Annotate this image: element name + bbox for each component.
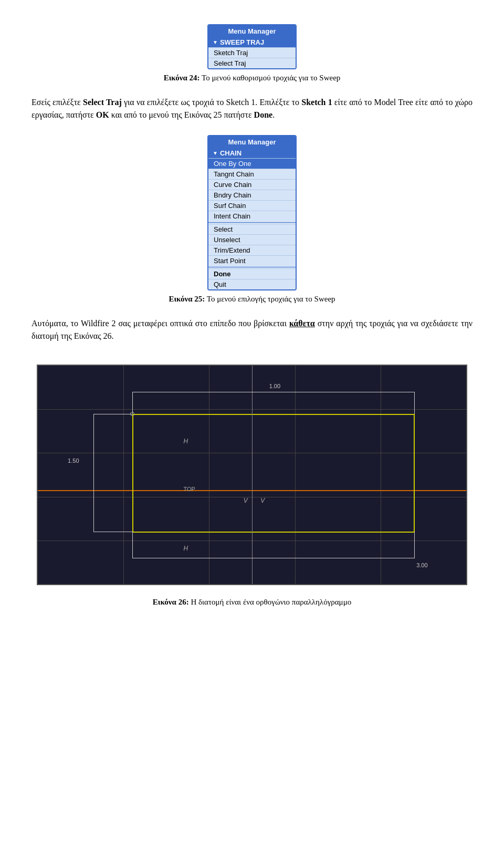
figure-26-container: 1.00 1.50 3.00 H H V V TOP Εικόνα 26: Η …	[32, 356, 472, 607]
body-text-1-rest4: .	[272, 110, 275, 119]
menu-separator-2	[208, 267, 296, 267]
chain-quit[interactable]: Quit	[208, 279, 296, 289]
chain-done[interactable]: Done	[208, 268, 296, 279]
figure-24-caption-rest: Το μενού καθορισμού τροχιάς για το Sweep	[200, 74, 341, 82]
menu-manager-25-title: Menu Manager	[208, 136, 296, 148]
chain-tangnt-chain[interactable]: Tangnt Chain	[208, 169, 296, 179]
dim-line-bottom-v-left	[132, 532, 133, 558]
grid-v-2	[209, 366, 209, 584]
dim-line-left-v	[93, 414, 94, 532]
grid-v-1	[123, 366, 124, 584]
section-arrow-icon: ▼	[213, 39, 218, 45]
yellow-top-edge	[132, 414, 415, 415]
dim-line-top-h	[132, 392, 415, 392]
figure-26-caption-bold: Εικόνα 26:	[153, 598, 189, 606]
chain-intent-chain[interactable]: Intent Chain	[208, 211, 296, 221]
body-text-1: Εσείς επιλέξτε Select Traj για να επιλέξ…	[32, 96, 472, 121]
body-text-1-bold3: OK	[96, 110, 109, 119]
dim-line-top-v-right	[414, 392, 415, 414]
chain-select[interactable]: Select	[208, 224, 296, 234]
menu-manager-25-section: ▼ CHAIN	[208, 148, 296, 158]
dim-label-bottom: 3.00	[416, 562, 427, 568]
body-text-1-part1: Εσείς επιλέξτε	[32, 98, 83, 107]
h-label-bottom: H	[183, 545, 188, 552]
top-label: TOP	[183, 486, 195, 492]
menu-manager-25-section-label: CHAIN	[220, 149, 242, 157]
menu-separator-1	[208, 222, 296, 223]
chain-trim-extend[interactable]: Trim/Extend	[208, 245, 296, 255]
center-v-axis	[252, 366, 253, 584]
body-text-2-bold-underline: κάθετα	[289, 319, 315, 328]
figure-26-caption: Εικόνα 26: Η διατομή είναι ένα ορθογώνιο…	[153, 598, 351, 607]
figure-25-caption: Εικόνα 25: Το μενού επιλογής τροχιάς για…	[169, 295, 335, 304]
menu-manager-24-section: ▼ SWEEP TRAJ	[208, 37, 296, 47]
body-text-1-rest3: και από το μενού της Εικόνας 25 πατήστε	[109, 110, 254, 119]
dim-line-left-h-top	[93, 414, 132, 414]
body-text-1-bold1: Select Traj	[83, 98, 122, 107]
menu-manager-24: Menu Manager ▼ SWEEP TRAJ Sketch Traj Se…	[207, 24, 297, 69]
figure-24-container: Menu Manager ▼ SWEEP TRAJ Sketch Traj Se…	[32, 24, 472, 82]
body-text-2: Αυτόματα, το Wildfire 2 σας μεταφέρει οπ…	[32, 317, 472, 342]
dim-label-left: 1.50	[68, 458, 79, 464]
chain-bndry-chain[interactable]: Bndry Chain	[208, 190, 296, 200]
dim-line-top-v-left	[132, 392, 133, 414]
figure-25-container: Menu Manager ▼ CHAIN One By One Tangnt C…	[32, 135, 472, 304]
figure-26-caption-rest: Η διατομή είναι ένα ορθογώνιο παραλληλόγ…	[189, 598, 352, 606]
page-content: Menu Manager ▼ SWEEP TRAJ Sketch Traj Se…	[32, 16, 472, 615]
yellow-left-edge	[132, 414, 133, 533]
grid-v-4	[381, 366, 381, 584]
dim-line-left-h-bottom	[93, 532, 132, 532]
menu-manager-24-title: Menu Manager	[208, 25, 296, 37]
figure-25-caption-bold: Εικόνα 25:	[169, 295, 205, 303]
chain-unselect[interactable]: Unselect	[208, 234, 296, 245]
chain-one-by-one[interactable]: One By One	[208, 158, 296, 169]
sweep-traj-select-traj[interactable]: Select Traj	[208, 58, 296, 68]
v-label-2: V	[260, 497, 265, 504]
chain-start-point[interactable]: Start Point	[208, 255, 296, 266]
yellow-bottom-edge	[132, 532, 415, 533]
yellow-right-edge	[414, 414, 415, 533]
body-text-1-bold4: Done	[254, 110, 273, 119]
menu-manager-24-section-label: SWEEP TRAJ	[220, 38, 264, 46]
cad-view-26: 1.00 1.50 3.00 H H V V TOP	[37, 365, 467, 585]
chain-curve-chain[interactable]: Curve Chain	[208, 179, 296, 190]
section-arrow-25-icon: ▼	[213, 150, 218, 156]
dim-label-top: 1.00	[269, 383, 280, 389]
dim-line-bottom-v-right	[414, 532, 415, 558]
body-text-1-bold2: Sketch 1	[301, 98, 332, 107]
body-text-2-part1: Αυτόματα, το Wildfire 2 σας μεταφέρει οπ…	[32, 319, 289, 328]
menu-manager-25: Menu Manager ▼ CHAIN One By One Tangnt C…	[207, 135, 297, 290]
figure-24-caption-bold: Εικόνα 24:	[164, 74, 200, 82]
v-label-axis: V	[244, 497, 248, 504]
dim-line-bottom-h	[132, 558, 415, 558]
figure-25-caption-rest: Το μενού επιλογής τροχιάς για το Sweep	[205, 295, 335, 303]
chain-surf-chain[interactable]: Surf Chain	[208, 200, 296, 211]
h-label-top: H	[183, 438, 188, 445]
body-text-1-rest1: για να επιλέξετε ως τροχιά το Sketch 1. …	[122, 98, 301, 107]
sweep-traj-sketch-traj[interactable]: Sketch Traj	[208, 47, 296, 58]
grid-v-3	[295, 366, 296, 584]
figure-24-caption: Εικόνα 24: Το μενού καθορισμού τροχιάς γ…	[164, 74, 341, 82]
